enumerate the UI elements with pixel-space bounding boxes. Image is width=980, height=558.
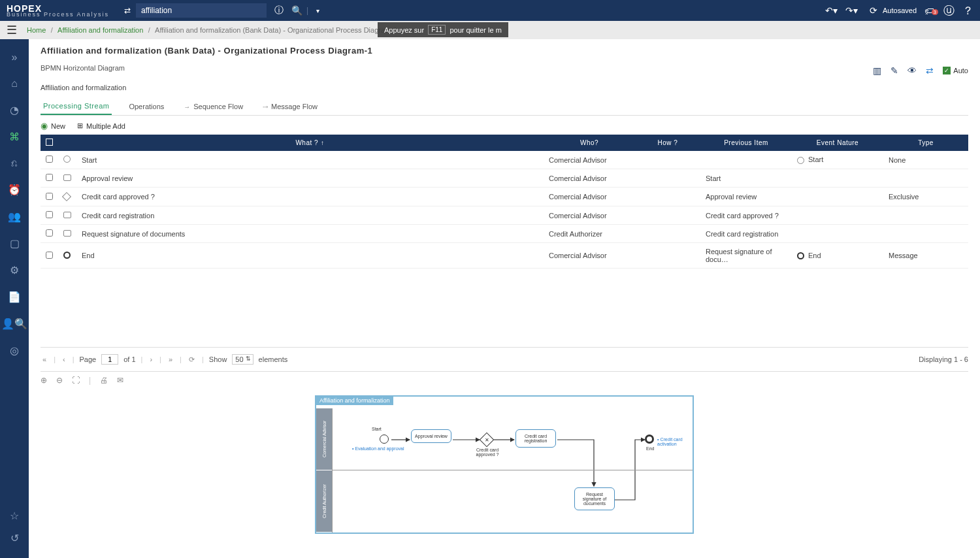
first-page-button[interactable]: « [41,355,48,363]
tab-operations[interactable]: Operations [126,98,167,115]
show-label: Show [209,355,227,363]
table-row[interactable]: Credit card registrationComercial Adviso… [41,206,968,225]
cell-who: Credit Authorizer [544,225,635,243]
new-button[interactable]: ◉New [41,121,65,131]
header-type[interactable]: Type [883,135,968,151]
fit-icon[interactable]: ⛶ [72,376,80,385]
people-icon[interactable]: 👥 [0,208,29,225]
next-page-button[interactable]: › [148,355,154,363]
last-page-button[interactable]: » [167,355,174,363]
data-grid: What ?↑ Who? How ? Previous Item Event N… [41,135,968,269]
cell-what: Start [76,151,544,169]
page-size-select[interactable]: 50 ⇅ [232,354,253,365]
header-how[interactable]: How ? [635,135,700,151]
table-row[interactable]: StartComercial AdvisorStartNone [41,151,968,169]
header-previous[interactable]: Previous Item [700,135,792,151]
bpmn-end[interactable] [645,435,654,444]
search-nav-icon[interactable]: 👤🔍 [0,315,29,333]
box-icon[interactable]: ▢ [0,235,29,252]
swap-icon[interactable]: ⇄ [124,6,131,15]
breadcrumb-link[interactable]: Affiliation and formalization [57,26,143,34]
cell-previous: Start [700,169,792,188]
bpmn-task-registration[interactable]: Credit card registration [515,429,556,448]
row-checkbox[interactable] [46,211,53,218]
row-checkbox[interactable] [46,156,53,163]
process-icon[interactable]: ⌘ [0,128,29,146]
expand-icon[interactable]: » [0,49,29,66]
cell-type: Message [883,243,968,269]
tab-message-flow[interactable]: ⤏Message Flow [260,98,320,115]
zoom-in-icon[interactable]: ⊕ [41,376,47,385]
table-row[interactable]: Request signature of documentsCredit Aut… [41,225,968,243]
star-icon[interactable]: ☆ [10,507,19,525]
search-input[interactable] [136,3,267,18]
tab-processing-stream[interactable]: Processing Stream [41,98,112,115]
row-checkbox[interactable] [46,229,53,237]
cell-type: Exclusive [883,188,968,206]
row-checkbox[interactable] [46,193,53,200]
refresh-page-button[interactable]: ⟳ [187,355,197,364]
table-row[interactable]: Credit card approved ?Comercial AdvisorA… [41,188,968,206]
document-icon[interactable]: 📄 [0,288,29,306]
header-who[interactable]: Who? [544,135,635,151]
dropdown-icon[interactable]: ▾ [316,7,319,14]
undo-icon[interactable]: ↶▾ [825,5,838,16]
cell-type [883,169,968,188]
auto-toggle[interactable]: ✓ Auto [943,67,968,74]
activation-label: • Credit card activation [657,437,693,446]
breadcrumb-bar: ☰ Home / Affiliation and formalization /… [0,21,980,39]
notifications-icon[interactable]: 🏷 3 [924,5,934,16]
columns-icon[interactable]: ▥ [873,65,881,76]
refresh-icon[interactable]: ⟳ [870,5,877,16]
target-icon[interactable]: ◎ [0,342,29,359]
header-what[interactable]: What ?↑ [76,135,544,151]
page-input[interactable] [101,354,118,365]
gear-icon[interactable]: ⚙ [0,261,29,279]
tab-sequence-flow[interactable]: →Sequence Flow [181,98,246,115]
menu-icon[interactable]: ☰ [7,23,17,37]
lane-label-2: Credit Authorizer [316,470,332,533]
row-type-icon [58,188,76,206]
table-row[interactable]: EndComercial AdvisorRequest signature of… [41,243,968,269]
page-of: of 1 [123,355,135,363]
cell-who: Comercial Advisor [544,206,635,225]
row-type-icon [58,169,76,188]
row-checkbox[interactable] [46,252,53,259]
user-icon[interactable]: ⓤ [943,3,955,18]
dashboard-icon[interactable]: ◔ [0,101,29,119]
start-label: Start [372,427,382,431]
header-checkbox[interactable] [41,135,58,151]
mail-icon[interactable]: ✉ [117,376,123,385]
bpmn-start[interactable] [380,435,389,444]
search-icon[interactable]: 🔍 [291,5,302,16]
header-icon-col [58,135,76,151]
bpmn-task-request[interactable]: Request signature of documents [574,487,615,510]
table-row[interactable]: Approval reviewComercial AdvisorStart [41,169,968,188]
redo-icon[interactable]: ↷▾ [845,5,858,16]
org-icon[interactable]: ⎌ [0,155,29,172]
header-event[interactable]: Event Nature [792,135,883,151]
clock-icon[interactable]: ⏰ [0,181,29,199]
elements-label: elements [259,355,288,363]
tabs: Processing Stream Operations →Sequence F… [41,98,968,116]
eye-icon[interactable]: 👁 [907,65,917,76]
sync-icon[interactable]: ⇄ [926,65,934,76]
breadcrumb-home[interactable]: Home [27,26,46,34]
cell-what: Request signature of documents [76,225,544,243]
history-icon[interactable]: ↺ [10,529,19,547]
zoom-out-icon[interactable]: ⊖ [56,376,63,385]
row-checkbox[interactable] [46,174,53,181]
help-icon[interactable]: ？ [962,3,973,18]
actions-bar: ◉New ⊞Multiple Add [41,121,968,131]
home-icon[interactable]: ⌂ [0,75,29,92]
page-label: Page [80,355,97,363]
pool-title: Affiliation and formalization [316,396,393,405]
bpmn-gateway[interactable] [480,433,495,448]
info-icon[interactable]: ⓘ [274,5,284,16]
print-icon[interactable]: 🖨 [100,376,108,385]
multiple-add-button[interactable]: ⊞Multiple Add [77,122,125,130]
bpmn-task-approval[interactable]: Approval review [411,429,451,443]
edit-icon[interactable]: ✎ [890,65,898,76]
bpmn-pool[interactable]: Affiliation and formalization Comercial … [315,395,694,534]
prev-page-button[interactable]: ‹ [61,355,67,363]
